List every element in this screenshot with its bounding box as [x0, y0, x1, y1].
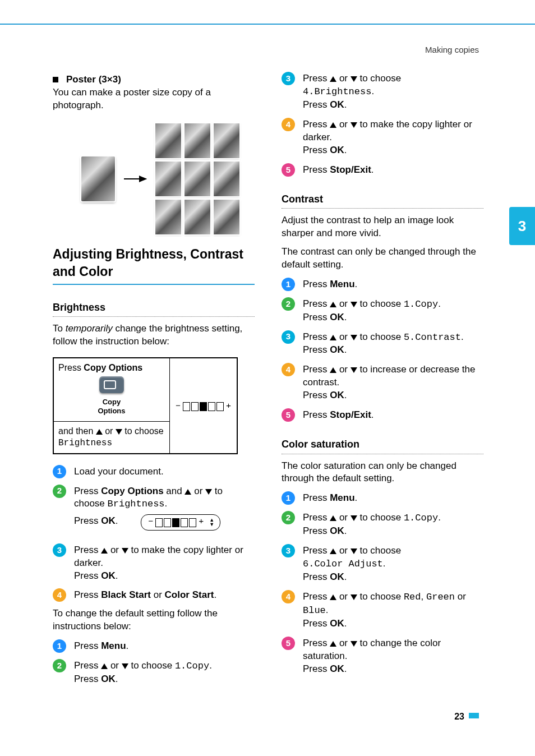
- chapter-tab: 3: [509, 207, 535, 245]
- step-text: Press Stop/Exit.: [303, 163, 483, 177]
- up-arrow-icon: [101, 548, 108, 554]
- page-footer: 23: [0, 708, 535, 739]
- step-badge: 2: [53, 485, 66, 498]
- right-column: 3 Press or to choose 4.Brightness. Press…: [282, 66, 483, 692]
- step-text: Press Black Start or Color Start.: [74, 588, 255, 602]
- step-text: Press or to choose 6.Color Adjust. Press…: [303, 543, 483, 584]
- step-text: Press Copy Options and or to choose Brig…: [74, 484, 255, 537]
- step-text: Press Stop/Exit.: [303, 408, 483, 422]
- step-badge: 3: [282, 544, 295, 557]
- step: 5 Press Stop/Exit.: [282, 163, 483, 177]
- step-badge: 2: [282, 511, 295, 524]
- up-arrow-icon: [330, 515, 336, 521]
- poster-title: Poster (3×3): [66, 73, 121, 86]
- poster-desc: You can make a poster size copy of a pho…: [53, 86, 255, 112]
- down-arrow-icon: [122, 548, 128, 554]
- contrast-p2: The contrast can only be changed through…: [282, 246, 483, 271]
- step-badge: 4: [282, 363, 295, 376]
- step-badge: 4: [282, 118, 295, 131]
- left-column: Poster (3×3) You can make a poster size …: [53, 66, 255, 692]
- color-heading: Color saturation: [282, 437, 483, 454]
- down-arrow-icon: [350, 548, 357, 554]
- page-number: 23: [454, 712, 464, 721]
- step-text: Press or to choose 1.Copy. Press OK.: [303, 510, 483, 538]
- up-arrow-icon: [185, 489, 191, 495]
- poster-grid: [155, 123, 239, 234]
- step-badge: 1: [282, 278, 295, 291]
- up-arrow-icon: [330, 641, 336, 647]
- up-arrow-icon: [330, 122, 336, 128]
- stepper-icon: ▲▼: [209, 518, 214, 527]
- step: 3 Press or to make the copy lighter or d…: [53, 543, 255, 583]
- up-arrow-icon: [101, 663, 108, 669]
- step-text: Press or to choose 4.Brightness. Press O…: [303, 71, 483, 112]
- copy-key-icon: [99, 376, 124, 393]
- step-text: Press or to choose 1.Copy. Press OK.: [303, 297, 483, 324]
- brightness-heading: Brightness: [53, 301, 255, 317]
- step: 1 Press Menu.: [53, 639, 255, 653]
- poster-heading: Poster (3×3): [53, 73, 255, 86]
- down-arrow-icon: [350, 302, 357, 307]
- down-arrow-icon: [350, 367, 357, 373]
- step-badge: 5: [282, 637, 295, 650]
- adjust-heading: Adjusting Brightness, Contrast and Color: [53, 246, 255, 285]
- copy-options-key: Copy Options: [58, 374, 165, 418]
- up-arrow-icon: [330, 548, 336, 554]
- up-arrow-icon: [330, 76, 336, 82]
- step: 3 Press or to choose 4.Brightness. Press…: [282, 71, 483, 112]
- step: 2 Press or to choose 1.Copy. Press OK.: [53, 658, 255, 686]
- footer-accent-icon: [469, 713, 479, 718]
- step-badge: 3: [282, 330, 295, 344]
- arrow-right-icon: [124, 178, 146, 179]
- copy-options-box: Press Copy Options Copy Options −: [53, 357, 238, 454]
- default-intro: To change the default setting follow the…: [53, 607, 255, 633]
- down-arrow-icon: [205, 489, 212, 495]
- photo-thumb: [81, 156, 115, 201]
- step-badge: 2: [53, 659, 66, 672]
- top-border: [0, 0, 535, 25]
- down-arrow-icon: [116, 429, 122, 435]
- brightness-intro: To temporarily change the brightness set…: [53, 322, 255, 348]
- contrast-heading: Contrast: [282, 192, 483, 209]
- step-text: Load your document.: [74, 464, 255, 478]
- step-badge: 1: [53, 465, 66, 478]
- lcd-indicator: − + ▲▼: [141, 514, 220, 530]
- step-badge: 5: [282, 408, 295, 422]
- step-text: Press or to increase or decrease the con…: [303, 362, 483, 402]
- down-arrow-icon: [350, 594, 357, 600]
- down-arrow-icon: [122, 663, 128, 669]
- step: 1 Load your document.: [53, 464, 255, 478]
- step: 4 Press or to make the copy lighter or d…: [282, 117, 483, 157]
- down-arrow-icon: [350, 122, 357, 128]
- step-text: Press Menu.: [74, 639, 255, 653]
- step-badge: 4: [53, 588, 66, 602]
- up-arrow-icon: [330, 594, 336, 600]
- step-badge: 5: [282, 163, 295, 177]
- step-text: Press or to choose 1.Copy. Press OK.: [74, 658, 255, 686]
- step: 2 Press Copy Options and or to choose Br…: [53, 484, 255, 537]
- step-text: Press or to choose 5.Contrast. Press OK.: [303, 330, 483, 357]
- step-badge: 4: [282, 590, 295, 603]
- up-arrow-icon: [330, 335, 336, 340]
- down-arrow-icon: [350, 335, 357, 340]
- step-text: Press or to make the copy lighter or dar…: [74, 543, 255, 583]
- down-arrow-icon: [350, 641, 357, 647]
- up-arrow-icon: [96, 429, 103, 435]
- step-text: Press Menu.: [303, 491, 483, 505]
- contrast-p1: Adjust the contrast to help an image loo…: [282, 214, 483, 240]
- step-badge: 2: [282, 297, 295, 311]
- step-text: Press or to choose Red, Green or Blue. P…: [303, 589, 483, 630]
- step-text: Press or to make the copy lighter or dar…: [303, 117, 483, 157]
- up-arrow-icon: [330, 367, 336, 373]
- square-bullet-icon: [53, 77, 58, 82]
- poster-illustration: [66, 123, 255, 234]
- step-badge: 3: [282, 72, 295, 85]
- down-arrow-icon: [350, 515, 357, 521]
- step-badge: 1: [282, 491, 295, 505]
- color-p1: The color saturation can only be changed…: [282, 460, 483, 486]
- level-indicator: − +: [174, 401, 232, 412]
- step-badge: 1: [53, 639, 66, 653]
- down-arrow-icon: [350, 76, 357, 82]
- up-arrow-icon: [330, 302, 336, 307]
- step-badge: 3: [53, 543, 66, 557]
